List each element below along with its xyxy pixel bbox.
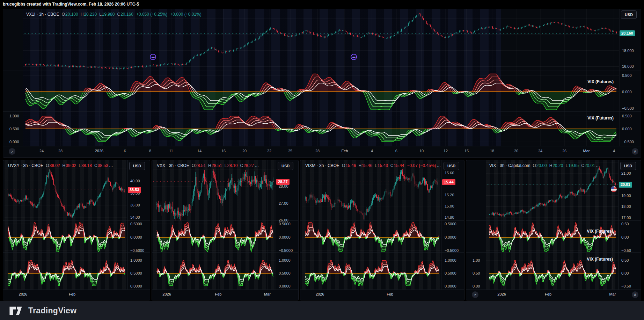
timezone-button[interactable]: z (472, 291, 478, 298)
time-axis-tick: Mar (264, 292, 271, 296)
candle-wicks-up (27, 14, 612, 70)
indicator-axis-tick: −0.5000 (279, 248, 293, 253)
symbol-legend[interactable]: UVXY · 3h · CBOEO39.02H39.02L38.18C38.53… (8, 163, 113, 168)
time-axis-tick: Feb (69, 292, 75, 296)
ohlc-key: L (225, 163, 227, 168)
indicator-axis-tick: 1.0000 (445, 258, 456, 262)
indicator-axis-tick: 0.000 (622, 127, 632, 131)
change-value: +0.000 (+0.01%) (170, 12, 201, 17)
time-axis-tick: 2026 (316, 292, 324, 296)
candle-bodies-down (25, 14, 617, 69)
candle-bodies-up (156, 171, 273, 216)
ohlc-value: 28.51 (212, 163, 222, 168)
time-axis-tick: 12 (444, 149, 448, 153)
price-axis-tick: 15.00 (445, 204, 454, 208)
currency-button[interactable]: USD (620, 162, 636, 170)
candle-bodies-down (306, 172, 439, 219)
vxx-chart-panel[interactable]: VXX · 3h · CBOEO28.51H28.51L28.10C28.27…… (152, 160, 299, 300)
ohlc-key: L (79, 163, 81, 168)
autoscale-button[interactable]: A (632, 291, 638, 298)
ohlc-value: 20.230 (84, 12, 97, 17)
marker-icon[interactable]: ↠ (150, 54, 156, 60)
ohlc-key: C (581, 163, 584, 168)
marker-icon[interactable]: ↠ (351, 54, 357, 60)
ohlc-key: C (94, 163, 97, 168)
indicator-axis-tick: 0.500 (622, 73, 632, 78)
symbol-title: UVXY · 3h · CBOE (8, 163, 43, 168)
candle-wicks-down (306, 169, 439, 220)
indicator-axis-tick: 0.5000 (130, 271, 142, 275)
indicator-axis-tick: 0.0000 (445, 235, 456, 239)
candle-wicks-down (9, 169, 125, 218)
timezone-button[interactable]: z (9, 148, 15, 155)
attribution-text: brucegibbs created with TradingView.com,… (3, 2, 139, 7)
price-label: 15.44 (442, 179, 455, 185)
indicator-axis-tick: 0.00 (621, 235, 629, 239)
ohlc-value: 20.20 (552, 163, 563, 168)
indicator-axis-tick: 0.5000 (445, 271, 456, 275)
indicator-left-tick: 0.50 (473, 271, 480, 275)
indicator-axis-tick: 0.0000 (130, 235, 142, 239)
candle-bodies-down (9, 169, 125, 217)
currency-button[interactable]: USD (129, 162, 145, 170)
ohlc-value: 19.980 (102, 12, 115, 17)
currency-button[interactable]: USD (278, 162, 293, 170)
time-axis-tick: 2026 (19, 292, 27, 296)
time-axis-tick: 2026 (162, 292, 171, 296)
time-axis[interactable]: 2026FebMar (152, 290, 298, 300)
legend-ellipsis: … (437, 163, 441, 168)
indicator-left-tick: 0.00 (473, 284, 480, 288)
indicator-left-tick: 1.00 (473, 258, 480, 262)
main-chart-panel-vx1[interactable]: VX1! · 3h · CBOEO20.100H20.230L19.980C20… (3, 9, 641, 158)
ohlc-key: H (549, 163, 552, 168)
time-axis-tick: 2026 (95, 149, 103, 153)
legend-ellipsis: … (255, 163, 259, 168)
candle-wicks-up (489, 167, 613, 217)
symbol-title: VIXM · 3h · CBOE (305, 163, 339, 168)
symbol-legend[interactable]: VIXM · 3h · CBOEO15.46H15.46L15.43C15.44… (305, 163, 441, 168)
candle-bodies-up (489, 168, 613, 216)
time-axis[interactable]: 242820266811141620222528Feb4610121518202… (3, 146, 641, 157)
indicator-left-tick: 1.000 (9, 114, 19, 118)
time-axis[interactable]: 2026Feb (3, 290, 150, 300)
ohlc-key: C (390, 163, 394, 168)
symbol-legend[interactable]: VIX · 3h · Capital.comO20.00H20.20L19.95… (489, 163, 600, 168)
vixm-chart-panel[interactable]: VIXM · 3h · CBOEO15.46H15.46L15.43C15.44… (300, 160, 464, 300)
price-axis[interactable] (619, 9, 641, 146)
time-axis-tick: 4 (613, 149, 615, 153)
indicator-axis-tick: 0.50 (621, 222, 629, 226)
ohlc-value: 20.100 (65, 12, 78, 17)
price-axis-tick: 40.00 (130, 179, 140, 183)
indicator-axis-tick: −0.50 (621, 248, 631, 253)
price-axis-tick: 27.00 (279, 201, 288, 205)
vix-chart-panel[interactable]: VIX · 3h · Capital.comO20.00H20.20L19.95… (466, 160, 641, 300)
price-axis-tick: 14.80 (445, 215, 454, 219)
currency-button[interactable]: USD (444, 162, 459, 170)
ohlc-key: H (81, 12, 84, 17)
indicator-axis-tick: 1.0000 (279, 258, 291, 262)
ohlc-value: 15.43 (378, 163, 388, 168)
symbol-legend[interactable]: VX1! · 3h · CBOEO20.100H20.230L19.980C20… (26, 12, 202, 17)
tradingview-logo-icon (8, 305, 24, 316)
uvxy-chart-panel[interactable]: UVXY · 3h · CBOEO39.02H39.02L38.18C38.53… (3, 160, 150, 300)
change-value: −0.07 (−0.45%) (407, 163, 436, 168)
tradingview-wordmark: TradingView (28, 306, 76, 315)
time-axis-tick: Mar (583, 149, 590, 153)
symbol-legend[interactable]: VXX · 3h · CBOEO28.51H28.51L28.10C28.27… (157, 163, 259, 168)
candle-bodies-up (27, 14, 613, 69)
time-axis-tick: 8 (149, 149, 151, 153)
time-axis-tick: Feb (341, 149, 348, 153)
time-axis-tick: 24 (39, 149, 44, 153)
currency-button[interactable]: USD (621, 10, 637, 19)
indicator-axis-tick: −0.50 (621, 284, 631, 288)
indicator-axis-tick: −0.500 (622, 140, 634, 144)
ohlc-key: O (342, 163, 345, 168)
time-axis[interactable]: 2026FebMar (466, 290, 641, 300)
symbol-title: VX1! · 3h · CBOE (26, 12, 59, 17)
ohlc-value: 20.160 (120, 12, 133, 17)
time-axis[interactable]: 2026Feb (300, 290, 464, 300)
ohlc-value: 20.00 (536, 163, 547, 168)
ohlc-value: 15.46 (362, 163, 372, 168)
time-axis-tick: Mar (609, 292, 616, 296)
autoscale-button[interactable]: A (632, 148, 638, 155)
